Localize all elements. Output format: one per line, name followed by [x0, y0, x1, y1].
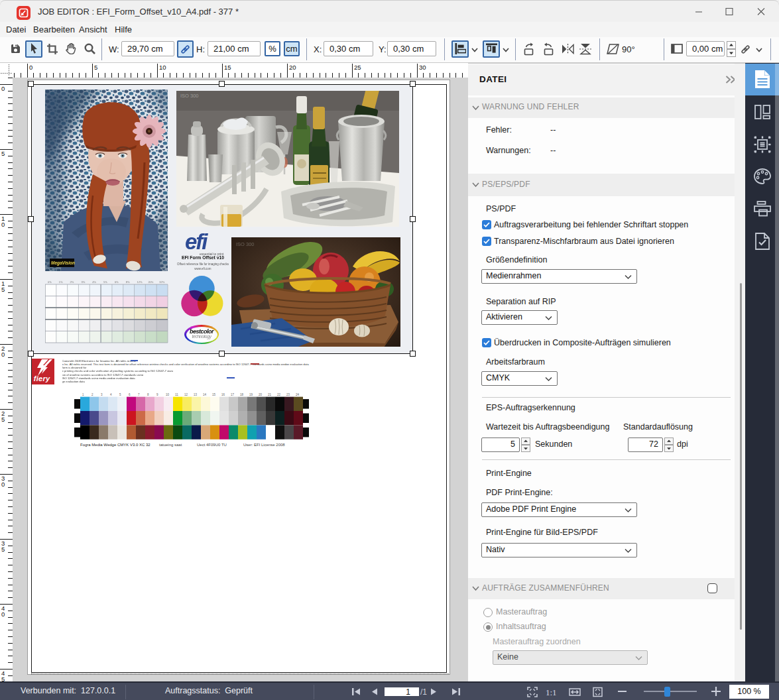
svg-text:0: 0 [1, 611, 5, 618]
svg-text:25: 25 [354, 64, 361, 71]
svg-text:15: 15 [224, 64, 231, 71]
svg-text:1:1: 1:1 [546, 687, 557, 697]
svg-text:0: 0 [1, 221, 5, 228]
svg-text:0: 0 [29, 64, 32, 71]
svg-text:0: 0 [1, 85, 5, 92]
svg-text:5: 5 [1, 675, 5, 682]
svg-text:10: 10 [159, 64, 166, 71]
svg-text:5: 5 [1, 416, 5, 423]
svg-text:5: 5 [94, 64, 97, 71]
svg-text:0: 0 [1, 351, 5, 358]
svg-text:5: 5 [1, 546, 5, 553]
svg-text:30: 30 [419, 64, 426, 71]
svg-text:5: 5 [1, 150, 5, 157]
svg-text:0: 0 [1, 481, 5, 488]
svg-text:/1: /1 [420, 687, 427, 696]
svg-text:5: 5 [1, 286, 5, 293]
svg-text:20: 20 [289, 64, 296, 71]
svg-text:1: 1 [406, 687, 410, 696]
